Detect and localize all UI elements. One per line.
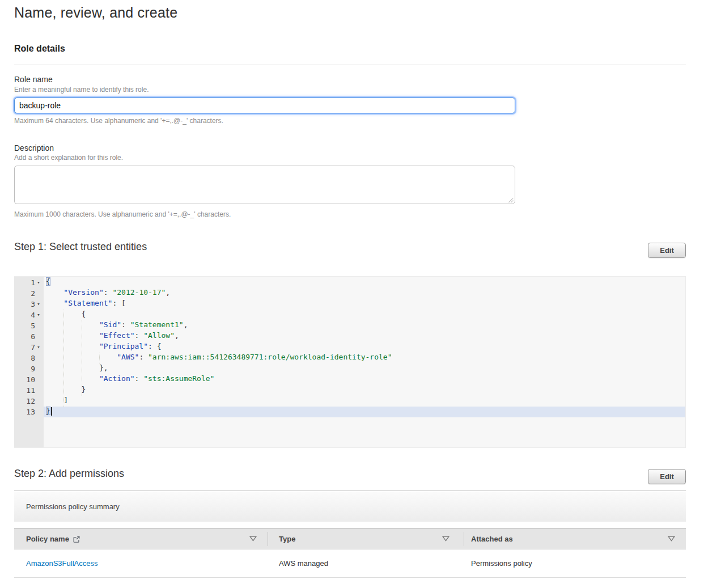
- code-token: "2012-10-17": [112, 288, 166, 297]
- description-help: Add a short explanation for this role.: [14, 154, 123, 162]
- step2-edit-button[interactable]: Edit: [648, 469, 686, 484]
- step1-edit-button[interactable]: Edit: [648, 243, 686, 258]
- permissions-table-header: Policy name Type Attached as: [14, 528, 686, 549]
- editor-gutter: 1▾23▾4▾567▾8910111213: [14, 277, 44, 447]
- code-token: [46, 320, 99, 329]
- column-header-policy-name: Policy name: [26, 535, 80, 543]
- editor-code: { "Version": "2012-10-17", "Statement": …: [44, 277, 685, 447]
- code-line: {: [44, 310, 685, 320]
- code-token: "arn:aws:iam::541263489771:role/workload…: [148, 353, 392, 361]
- gutter-line: 12: [14, 396, 44, 407]
- line-number: 3: [31, 300, 35, 308]
- resize-handle-icon[interactable]: [507, 197, 514, 203]
- description-constraint: Maximum 1000 characters. Use alphanumeri…: [14, 210, 231, 218]
- line-number: 4: [31, 311, 35, 319]
- role-name-constraint: Maximum 64 characters. Use alphanumeric …: [14, 117, 223, 125]
- code-token: "Sid": [99, 320, 121, 329]
- code-token: [46, 299, 63, 307]
- code-token: ,: [184, 320, 188, 329]
- role-name-help: Enter a meaningful name to identify this…: [14, 86, 149, 94]
- code-token: "Action": [99, 374, 135, 383]
- gutter-line: 9: [14, 363, 44, 374]
- code-token: [46, 331, 99, 340]
- editor-cursor: [51, 407, 52, 416]
- gutter-line: 1▾: [14, 277, 44, 288]
- filter-icon-attached-as[interactable]: [668, 536, 675, 542]
- gutter-line: 10: [14, 374, 44, 385]
- code-token: "Effect": [99, 331, 135, 340]
- policy-type-cell: AWS managed: [279, 559, 328, 568]
- line-number: 8: [31, 354, 35, 362]
- code-line: }: [44, 407, 685, 417]
- attached-as-cell: Permissions policy: [471, 559, 532, 568]
- code-token: [46, 342, 99, 350]
- line-number: 6: [31, 332, 35, 341]
- step1-heading: Step 1: Select trusted entities: [14, 241, 147, 253]
- indent-guide: [99, 353, 100, 363]
- column-separator: [464, 532, 464, 546]
- line-number: 12: [26, 397, 35, 405]
- fold-arrow-icon[interactable]: ▾: [35, 299, 42, 310]
- fold-arrow-icon[interactable]: ▾: [35, 277, 42, 288]
- code-line: },: [44, 363, 685, 374]
- code-line: ]: [44, 396, 685, 407]
- gutter-line: 4▾: [14, 310, 44, 320]
- code-token: ,: [166, 288, 170, 297]
- code-token: ]: [46, 396, 68, 404]
- trust-policy-editor[interactable]: 1▾23▾4▾567▾8910111213 { "Version": "2012…: [14, 276, 686, 448]
- filter-icon-policy-name[interactable]: [249, 536, 257, 542]
- code-line: "Statement": [: [44, 299, 685, 310]
- policy-name-link[interactable]: AmazonS3FullAccess: [26, 559, 97, 568]
- code-token: [46, 374, 99, 383]
- gutter-line: 7▾: [14, 342, 44, 353]
- gutter-line: 2: [14, 288, 44, 299]
- code-token: :: [135, 374, 144, 383]
- code-line: {: [44, 277, 685, 288]
- line-number: 13: [26, 408, 35, 416]
- code-token: "sts:AssumeRole": [143, 374, 214, 383]
- code-line: "Principal": {: [44, 342, 685, 353]
- line-number: 11: [26, 386, 35, 395]
- code-token: "Statement": [63, 299, 112, 307]
- column-label: Attached as: [471, 535, 513, 543]
- code-line: "Version": "2012-10-17",: [44, 288, 685, 299]
- table-row: AmazonS3FullAccess AWS managed Permissio…: [14, 549, 686, 578]
- line-number: 5: [31, 322, 35, 330]
- divider: [14, 490, 686, 491]
- code-token: [46, 288, 63, 297]
- code-token: : [: [112, 299, 125, 307]
- column-label: Type: [279, 535, 295, 543]
- indent-guide: [63, 310, 64, 407]
- line-number: 1: [31, 278, 35, 287]
- line-number: 2: [31, 289, 35, 298]
- code-token: :: [104, 288, 113, 297]
- code-token: "Allow": [143, 331, 175, 340]
- code-token: :: [135, 331, 144, 340]
- fold-arrow-icon[interactable]: ▾: [35, 342, 42, 353]
- role-details-heading: Role details: [14, 44, 65, 54]
- line-number: 9: [31, 365, 35, 373]
- description-textarea[interactable]: [14, 166, 515, 204]
- code-token: "Statement1": [130, 320, 184, 329]
- gutter-line: 8: [14, 353, 44, 363]
- code-line: "AWS": "arn:aws:iam::541263489771:role/w…: [44, 353, 685, 363]
- page-title: Name, review, and create: [14, 5, 177, 21]
- role-name-input[interactable]: [14, 98, 515, 113]
- permissions-summary-panel: Permissions policy summary: [14, 492, 686, 522]
- code-token: : {: [148, 342, 161, 350]
- code-token: },: [46, 363, 108, 372]
- gutter-line: 6: [14, 331, 44, 342]
- line-number: 7: [31, 343, 35, 352]
- divider: [14, 65, 686, 65]
- column-header-attached-as: Attached as: [471, 535, 513, 543]
- gutter-line: 5: [14, 320, 44, 331]
- code-token: }: [46, 385, 86, 394]
- code-line: "Effect": "Allow",: [44, 331, 685, 342]
- filter-icon-type[interactable]: [442, 536, 449, 542]
- matched-bracket: }: [46, 407, 50, 415]
- fold-arrow-icon[interactable]: ▾: [35, 310, 42, 320]
- code-token: :: [121, 320, 130, 329]
- permissions-summary-title: Permissions policy summary: [26, 502, 120, 511]
- column-separator: [268, 532, 268, 546]
- indent-guide: [82, 320, 82, 396]
